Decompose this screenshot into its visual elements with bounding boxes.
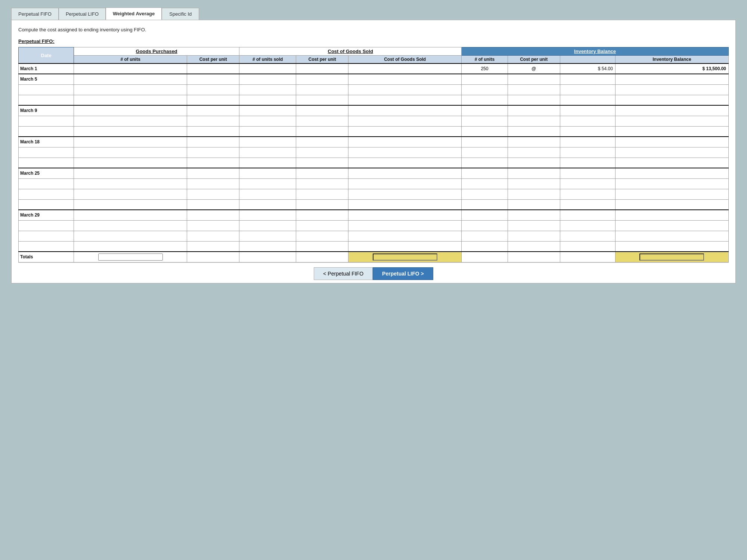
march18-r2-inv-cost — [562, 150, 613, 155]
inv-balance-march1: $ 13,500.00 — [615, 63, 728, 74]
cost-per-unit-march1: $ 54.00 — [560, 63, 615, 74]
march25-goods-cost — [189, 171, 237, 176]
march25-r4-sold-units — [241, 202, 294, 207]
march25-r3-sold-units — [241, 192, 294, 197]
tab-perpetual-fifo[interactable]: Perpetual FIFO — [11, 8, 59, 20]
march29-r2-inv-units — [464, 223, 506, 228]
march29-inv-units — [464, 212, 506, 218]
table-row — [19, 158, 729, 168]
table-row — [19, 189, 729, 199]
inv-balance-header: Inventory Balance — [462, 47, 729, 56]
march29-cogs — [350, 212, 459, 218]
march25-r3-inv-cost — [562, 192, 613, 197]
tab-specific-id[interactable]: Specific Id — [162, 8, 199, 20]
march25-inv-cost — [562, 171, 613, 176]
march29-r3-inv-cost — [562, 233, 613, 239]
totals-label: Totals — [19, 252, 74, 262]
march29-r3-sold-units — [241, 233, 294, 239]
march9-inv-units — [464, 108, 506, 113]
march29-r2-sold-units — [241, 223, 294, 228]
tabs-bar: Perpetual FIFO Perpetual LIFO Weighted A… — [11, 7, 736, 20]
instruction-text: Compute the cost assigned to ending inve… — [18, 25, 729, 34]
march25-r4-inv-units — [464, 202, 506, 207]
march9-r2-sold-cost — [298, 118, 346, 124]
date-march9: March 9 — [19, 105, 74, 116]
march9-r2-cogs — [350, 118, 459, 124]
march25-r4-sold-cost — [298, 202, 346, 207]
march25-r4-cogs — [350, 202, 459, 207]
march29-goods-units — [76, 212, 185, 218]
date-header: Date — [19, 47, 74, 64]
table-row — [19, 241, 729, 252]
march9-inv-cost — [562, 108, 613, 113]
march5-r2-inv-cost — [562, 87, 613, 92]
march29-r3-inv-balance — [617, 233, 726, 239]
march5-r2-sold-units — [241, 87, 294, 92]
march18-goods-cost — [189, 139, 237, 144]
march25-r2-inv-balance — [617, 181, 726, 186]
march9-inv-balance — [617, 108, 726, 113]
march9-r3-inv-units — [464, 129, 506, 134]
march25-r2-cogs — [350, 181, 459, 186]
march29-r3-inv-units — [464, 233, 506, 239]
table-row: March 9 — [19, 105, 729, 116]
march9-r2-inv-balance — [617, 118, 726, 124]
march25-r3-cogs — [350, 192, 459, 197]
tab-perpetual-lifo[interactable]: Perpetual LIFO — [59, 8, 106, 20]
march5-r2-goods-cost — [189, 87, 237, 92]
num-units-header: # of units — [74, 56, 187, 64]
march18-r2-sold-units — [241, 150, 294, 155]
march18-r2-inv-units — [464, 150, 506, 155]
march18-goods-units — [76, 139, 185, 144]
march18-r3-inv-units — [464, 160, 506, 165]
at-march1: @ — [508, 63, 560, 74]
march18-inv-cost — [562, 139, 613, 144]
march29-inv-cost — [562, 212, 613, 218]
table-row — [19, 84, 729, 95]
table-row: March 29 — [19, 210, 729, 220]
march9-cogs — [350, 108, 459, 113]
march29-r4-inv-balance — [617, 244, 726, 249]
march9-r3-cogs — [350, 129, 459, 134]
march5-r2-cogs — [350, 87, 459, 92]
march9-sold-cost — [298, 108, 346, 113]
march5-r3-sold-units — [241, 97, 294, 103]
march18-inv-balance — [617, 139, 726, 144]
table-row: March 5 — [19, 74, 729, 84]
march29-inv-balance — [617, 212, 726, 218]
num-units-sold-header: # of units sold — [239, 56, 296, 64]
tab-weighted-average[interactable]: Weighted Average — [106, 7, 162, 20]
march18-sold-cost — [298, 139, 346, 144]
table-row — [19, 147, 729, 158]
march25-r3-sold-cost — [298, 192, 346, 197]
prev-nav-button[interactable]: < Perpetual FIFO — [314, 267, 373, 280]
inv-units-march1-input — [464, 66, 506, 71]
march29-r4-sold-cost — [298, 244, 346, 249]
march18-r3-sold-cost — [298, 160, 346, 165]
march25-r2-inv-cost — [562, 181, 613, 186]
inv-cost-per-unit-header: Cost per unit — [508, 56, 560, 64]
march5-r2-inv-balance — [617, 87, 726, 92]
march25-r3-inv-balance — [617, 192, 726, 197]
table-row — [19, 220, 729, 231]
section-title: Perpetual FIFO: — [18, 38, 729, 44]
sub-header-row: # of units Cost per unit # of units sold… — [19, 56, 729, 64]
march25-r3-inv-units — [464, 192, 506, 197]
march25-goods-units — [76, 171, 185, 176]
march29-r2-inv-cost — [562, 223, 613, 228]
table-row — [19, 95, 729, 105]
march9-goods-units — [76, 108, 185, 113]
table-row — [19, 199, 729, 210]
date-march5: March 5 — [19, 74, 74, 84]
march25-inv-units — [464, 171, 506, 176]
march25-sold-units — [241, 171, 294, 176]
next-nav-button[interactable]: Perpetual LIFO > — [373, 267, 433, 280]
march9-r2-inv-cost — [562, 118, 613, 124]
table-row — [19, 116, 729, 126]
march5-cogs — [350, 77, 459, 82]
march5-inv-units — [464, 77, 506, 82]
totals-inv-balance — [639, 253, 704, 261]
march29-r2-sold-cost — [298, 223, 346, 228]
totals-row: Totals — [19, 252, 729, 262]
march5-r2-inv-units — [464, 87, 506, 92]
